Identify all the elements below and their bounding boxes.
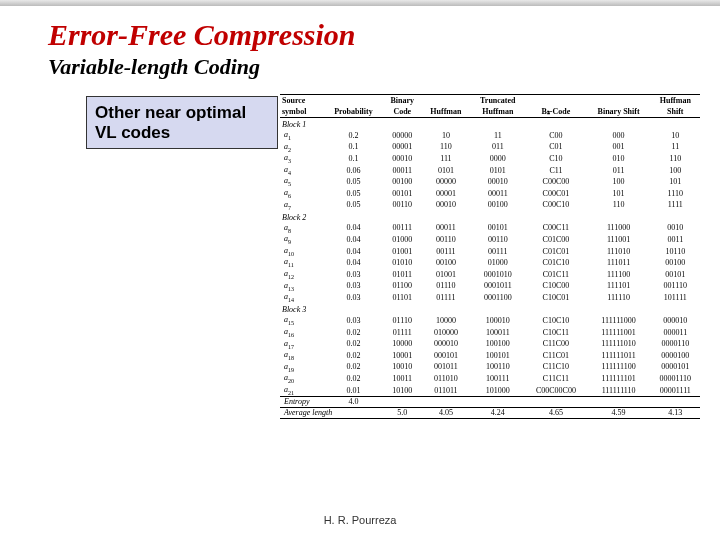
codes-table: SourceBinaryTruncatedHuffmansymbolProbab… — [280, 94, 700, 419]
slide-title: Error-Free Compression — [48, 18, 720, 52]
footer-author: H. R. Pourreza — [0, 514, 720, 526]
slide-subtitle: Variable-length Coding — [48, 54, 720, 80]
callout-box: Other near optimal VL codes — [86, 96, 278, 149]
